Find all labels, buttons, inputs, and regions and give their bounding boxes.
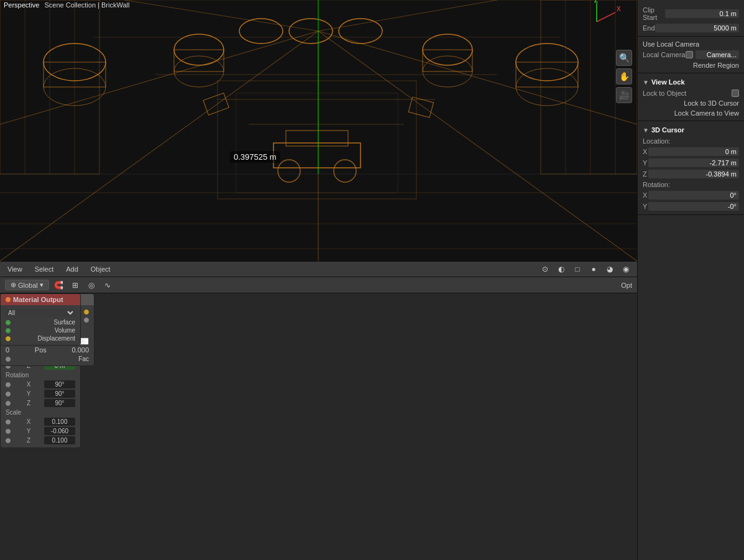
node-canvas-area[interactable]: Texture Coordinate Generated Normal UV O… [0, 293, 637, 560]
left-panel: X Z Perspective Scene Collection | Brick… [0, 0, 637, 560]
rotation-label: Rotation: [643, 180, 739, 190]
view-lock-triangle-icon: ▼ [643, 79, 649, 86]
cursor-z-label: Z [643, 170, 647, 178]
cursor-rot-y-label: Y [643, 203, 647, 210]
overlay-btn[interactable]: ◐ [555, 263, 567, 275]
main-container: X Z Perspective Scene Collection | Brick… [0, 0, 744, 560]
matoutput-surface-in: Surface [3, 318, 78, 326]
xray-btn[interactable]: □ [571, 263, 584, 275]
scene-svg: X Z [0, 0, 637, 261]
mapping-rot-y: Y [3, 389, 78, 398]
colorramp-pos-row: 0 Pos 0.000 [6, 346, 89, 354]
right-panel: Clip Start End Use Local Camera Local Ca… [637, 0, 744, 560]
local-camera-controls [686, 50, 739, 59]
cursor-3d-title: 3D Cursor [651, 126, 684, 134]
lock-to-object-label: Lock to Object [643, 90, 686, 97]
cursor-rot-x-input[interactable] [648, 191, 739, 200]
location-label: Location: [643, 136, 739, 146]
material-btn[interactable]: ◕ [604, 263, 616, 275]
local-camera-label: Local Camera [643, 51, 685, 58]
mapping-rot-x-input[interactable] [44, 380, 75, 388]
view-lock-title: View Lock [651, 78, 685, 86]
clip-section: Clip Start End [638, 2, 744, 37]
mapping-scale-z-input[interactable] [44, 436, 75, 444]
perspective-label: Perspective [4, 1, 39, 9]
clip-start-input[interactable] [665, 9, 739, 18]
mapping-rot-x: X [3, 380, 78, 389]
cursor-rot-y-input[interactable] [648, 202, 739, 211]
global-chevron-icon: ▾ [40, 281, 44, 289]
lock-camera-label: Lock Camera to View [643, 109, 739, 117]
mapping-rot-z: Z [3, 398, 78, 408]
zoom-tool-btn[interactable]: 🔍 [616, 50, 632, 66]
select-menu[interactable]: Select [32, 264, 57, 274]
cursor-y-label: Y [643, 159, 647, 167]
cursor-z-input[interactable] [648, 170, 739, 178]
cursor-x-input[interactable] [648, 147, 739, 156]
cursor-rot-x-row: X [643, 190, 739, 201]
cursor-3d-section: ▼ 3D Cursor Location: X Y Z Rotation: X [638, 121, 744, 215]
mapping-scale-label: Scale [3, 408, 78, 417]
add-menu[interactable]: Add [63, 264, 81, 274]
mapping-scale-x-input[interactable] [44, 418, 75, 426]
viewport-area: X Z Perspective Scene Collection | Brick… [0, 0, 637, 261]
solid-btn[interactable]: ● [587, 263, 600, 275]
node-mat-output[interactable]: Material Output All Surface [0, 293, 81, 346]
viewport-main: X Z Perspective Scene Collection | Brick… [0, 0, 637, 261]
clip-end-input[interactable] [655, 24, 739, 32]
camera-tool-btn[interactable]: 🎥 [616, 87, 632, 103]
curve-btn[interactable]: ∿ [101, 279, 114, 291]
view-lock-section: ▼ View Lock Lock to Object Lock to 3D Cu… [638, 73, 744, 121]
matoutput-all-select[interactable]: All [6, 309, 75, 317]
global-icon: ⊕ [11, 281, 16, 289]
mapping-scale-x: X [3, 417, 78, 426]
menu-bar: View Select Add Object ⊙ ◐ □ ● ◕ ◉ [0, 261, 637, 277]
view-menu[interactable]: View [5, 264, 25, 274]
measurement-overlay: 0.397525 m [230, 151, 280, 163]
matoutput-volume-in: Volume [3, 326, 78, 334]
clip-end-label: End [643, 24, 655, 32]
clip-start-label: Clip Start [643, 6, 665, 21]
render-region-row: Render Region [643, 60, 739, 70]
mapping-rot-y-input[interactable] [44, 390, 75, 398]
cursor-3d-triangle-icon: ▼ [643, 127, 649, 134]
global-dropdown[interactable]: ⊕ Global ▾ [5, 280, 49, 290]
matoutput-title: Material Output [13, 296, 63, 303]
snap-btn[interactable]: ⊞ [69, 279, 81, 291]
use-local-camera-row: Use Local Camera [643, 39, 739, 49]
render-region-label: Render Region [643, 62, 739, 69]
cursor-y-row: Y [643, 157, 739, 168]
matoutput-displacement-in: Displacement [3, 334, 78, 342]
magnet-btn[interactable]: 🧲 [53, 279, 65, 291]
proportional-btn[interactable]: ◎ [85, 279, 98, 291]
node-connections-svg [0, 293, 637, 560]
viewport-tools: 🔍 ✋ 🎥 [616, 50, 632, 103]
lock-camera-row: Lock Camera to View [643, 108, 739, 118]
lock-to-object-row: Lock to Object [643, 88, 739, 98]
mapping-scale-y-input[interactable] [44, 427, 75, 435]
pan-tool-btn[interactable]: ✋ [616, 68, 632, 85]
lock-to-object-checkbox[interactable] [732, 90, 739, 97]
mapping-rot-z-input[interactable] [44, 399, 75, 407]
colorramp-fac-in: Fac [3, 355, 91, 363]
local-camera-section: Use Local Camera Local Camera Render Reg… [638, 37, 744, 73]
object-menu[interactable]: Object [88, 264, 113, 274]
cursor-3d-header: ▼ 3D Cursor [643, 124, 739, 136]
cursor-y-input[interactable] [648, 158, 739, 167]
cursor-x-label: X [643, 148, 647, 155]
local-camera-checkbox[interactable] [686, 51, 693, 58]
cursor-z-row: Z [643, 168, 739, 180]
clip-end-row: End [643, 22, 739, 34]
render-btn[interactable]: ◉ [620, 263, 632, 275]
mapping-scale-y: Y [3, 426, 78, 436]
lock-3d-cursor-row: Lock to 3D Cursor [643, 98, 739, 108]
opt-btn[interactable]: Opt [621, 282, 632, 289]
viewport-shading-btn[interactable]: ⊙ [539, 263, 551, 275]
clip-start-row: Clip Start [643, 5, 739, 22]
cursor-x-row: X [643, 146, 739, 157]
collection-label: Scene Collection | BrickWall [44, 1, 129, 9]
cursor-rot-y-row: Y [643, 201, 739, 212]
local-camera-row: Local Camera [643, 49, 739, 60]
local-camera-input[interactable] [696, 50, 739, 59]
use-local-camera-label: Use Local Camera [643, 40, 699, 48]
